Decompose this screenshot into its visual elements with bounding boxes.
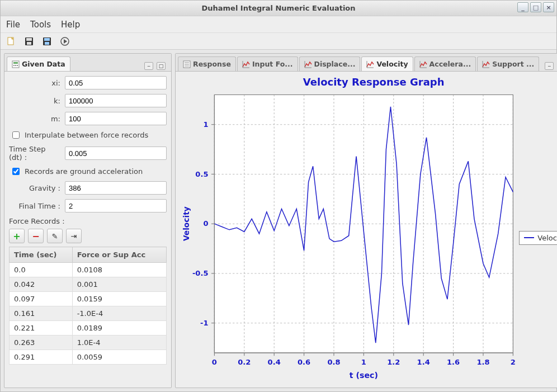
table-row[interactable]: 0.0420.001 [10, 277, 167, 292]
svg-rect-12 [13, 65, 15, 66]
svg-text:1: 1 [361, 358, 366, 366]
record-force: 0.0059 [72, 350, 166, 365]
svg-rect-3 [26, 38, 32, 41]
record-time: 0.221 [10, 321, 73, 336]
record-force: 1.0E-4 [72, 336, 166, 350]
force-records-table[interactable]: Time (sec) Force or Sup Acc 0.00.01080.0… [9, 247, 167, 365]
svg-text:0: 0 [212, 358, 217, 366]
svg-text:1.8: 1.8 [476, 358, 489, 366]
svg-text:0.5: 0.5 [195, 170, 208, 178]
interpolate-label: Interpulate between force records [25, 131, 148, 139]
tab-given-data[interactable]: Given Data [7, 56, 70, 71]
record-force: 0.001 [72, 277, 166, 292]
svg-rect-11 [13, 62, 18, 64]
menu-help[interactable]: Help [61, 20, 80, 30]
chart-icon [183, 60, 191, 68]
panel-maximize-button[interactable]: □ [157, 62, 166, 70]
tab-input-fo[interactable]: Input Fo... [237, 56, 298, 71]
svg-rect-13 [15, 65, 16, 66]
chart-icon [419, 60, 427, 68]
panel-minimize-button[interactable]: ‒ [545, 62, 554, 70]
save-as-icon[interactable] [41, 35, 53, 48]
svg-text:-0.5: -0.5 [192, 269, 209, 277]
gravity-input[interactable] [65, 181, 167, 195]
toolbar [1, 33, 556, 50]
window-minimize-button[interactable]: _ [517, 2, 528, 12]
import-icon: ⇥ [71, 232, 77, 240]
chart-icon [242, 60, 250, 68]
chart-icon [482, 60, 490, 68]
svg-text:0: 0 [203, 220, 208, 228]
svg-text:0.6: 0.6 [298, 358, 310, 366]
record-force: 0.0108 [72, 263, 166, 277]
interpolate-checkbox[interactable] [12, 131, 20, 139]
velocity-chart: 00.20.40.60.811.21.41.61.82-1-0.500.51t … [178, 90, 519, 385]
record-time: 0.263 [10, 336, 73, 350]
save-icon[interactable] [23, 35, 35, 48]
m-input[interactable] [65, 112, 167, 125]
record-time: 0.097 [10, 292, 73, 306]
ground-accel-checkbox[interactable] [12, 168, 20, 175]
table-row[interactable]: 0.0970.0159 [10, 292, 167, 306]
svg-rect-4 [27, 42, 31, 45]
tab-label: Input Fo... [252, 60, 293, 68]
tab-label: Displace... [314, 60, 356, 68]
tab-given-data-label: Given Data [22, 60, 65, 68]
force-records-label: Force Records : [9, 217, 167, 225]
tab-label: Velocity [376, 60, 408, 68]
svg-text:0.8: 0.8 [327, 358, 340, 366]
table-row[interactable]: 0.2631.0E-4 [10, 336, 167, 350]
records-header-time[interactable]: Time (sec) [10, 247, 73, 263]
svg-text:Velocity: Velocity [181, 206, 190, 241]
menu-file[interactable]: File [6, 20, 20, 30]
pencil-icon: ✎ [52, 232, 58, 240]
svg-rect-7 [45, 42, 49, 45]
legend-line-icon [524, 237, 534, 238]
dt-label: Time Step (dt) : [9, 145, 65, 162]
window-maximize-button[interactable]: □ [530, 2, 541, 12]
svg-rect-46 [214, 95, 513, 352]
window-close-button[interactable]: × [543, 2, 554, 12]
svg-rect-14 [17, 65, 18, 66]
chart-legend: Velocity [519, 231, 557, 245]
record-force: 0.0159 [72, 292, 166, 306]
new-file-icon[interactable] [5, 35, 17, 48]
k-input[interactable] [65, 94, 167, 107]
table-row[interactable]: 0.161-1.0E-4 [10, 306, 167, 321]
xi-label: xi: [9, 79, 65, 87]
svg-marker-9 [64, 39, 67, 44]
record-force: 0.0189 [72, 321, 166, 336]
edit-record-button[interactable]: ✎ [47, 229, 63, 243]
records-header-force[interactable]: Force or Sup Acc [72, 247, 166, 263]
svg-text:1.2: 1.2 [387, 358, 400, 366]
table-row[interactable]: 0.2210.0189 [10, 321, 167, 336]
table-row[interactable]: 0.00.0108 [10, 263, 167, 277]
remove-record-button[interactable]: − [28, 229, 44, 243]
tab-label: Accelera... [429, 60, 471, 68]
add-record-button[interactable]: + [9, 229, 25, 243]
ground-accel-label: Records are ground acceleration [25, 167, 143, 176]
calculator-icon [12, 60, 20, 68]
svg-text:2: 2 [511, 358, 516, 366]
tab-support[interactable]: Support ... [477, 56, 539, 71]
svg-text:-1: -1 [200, 319, 209, 327]
tab-accelera[interactable]: Accelera... [414, 56, 476, 71]
run-icon[interactable] [59, 35, 71, 48]
record-time: 0.161 [10, 306, 73, 321]
svg-rect-10 [12, 61, 19, 68]
window-title: Duhamel Integral Numeric Evaluation [201, 4, 355, 12]
menu-tools[interactable]: Tools [30, 20, 51, 30]
record-force: -1.0E-4 [72, 306, 166, 321]
legend-label: Velocity [537, 234, 557, 242]
tab-velocity[interactable]: Velocity [361, 56, 413, 71]
tab-response[interactable]: Response [178, 56, 236, 71]
dt-input[interactable] [65, 147, 167, 160]
final-time-input[interactable] [65, 199, 167, 212]
panel-minimize-button[interactable]: ‒ [144, 62, 153, 70]
import-record-button[interactable]: ⇥ [66, 229, 82, 243]
record-time: 0.291 [10, 350, 73, 365]
xi-input[interactable] [65, 76, 167, 89]
chart-panel: ResponseInput Fo...Displace...VelocityAc… [175, 53, 557, 388]
table-row[interactable]: 0.2910.0059 [10, 350, 167, 365]
tab-displace[interactable]: Displace... [299, 56, 361, 71]
